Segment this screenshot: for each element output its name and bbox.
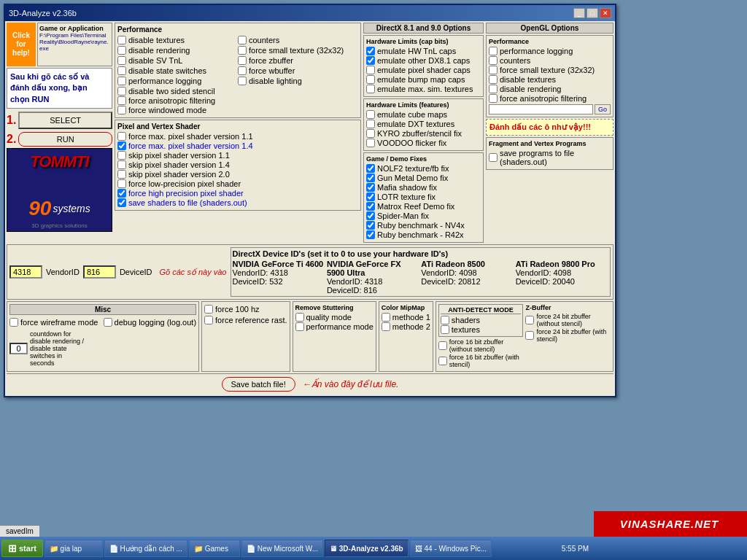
chk-save-programs: save programs to file (shaders.out) [489, 149, 611, 166]
card3-info: ATi Radeon 8500 VendorID: 4098 DeviceID:… [421, 260, 514, 295]
chk-ogl-counters: counters [489, 56, 611, 65]
opengl-performance: Performance performance logging counters… [486, 35, 614, 117]
taskbar-gia-lap[interactable]: 📁 gia lap [44, 540, 103, 557]
step2-label: 2. [7, 133, 16, 146]
game-demo-title: Game / Demo Fixes [366, 155, 481, 163]
chk-emulate-max-sim: emulate max. sim. textures [366, 85, 481, 93]
chk-disable-two-sided: disable two sided stencil [117, 87, 358, 96]
titlebar-buttons: _ □ ✕ [573, 8, 611, 18]
device-id-label: DeviceID [120, 268, 152, 276]
taskbar-ms-word[interactable]: 📄 New Microsoft W... [241, 540, 323, 557]
chk-skip-14: skip pixel shader version 1.4 [117, 160, 358, 169]
chk-force-high-prec: force high precision pixel shader [117, 189, 358, 198]
chk-disable-rendering: disable rendering [117, 46, 238, 55]
hw-cap-title: Hardware Limits (cap bits) [366, 38, 481, 45]
step1-label: 1. [7, 114, 16, 127]
chk-perf-mode: performance mode [295, 322, 374, 331]
chk-force-100hz: force 100 hz [204, 305, 287, 314]
remove-stuttering-section: Remove Stuttering quality mode performan… [293, 301, 376, 372]
help-box[interactable]: Click for help! [7, 23, 36, 66]
dx-panel: DirectX 8.1 and 9.0 Options Hardware Lim… [363, 23, 484, 243]
chk-ruby-nv4x: Ruby benchmark - NV4x [366, 221, 481, 230]
anti-detect-title: ANTI-DETECT MODE [441, 306, 522, 314]
chk-force-max-14: force max. pixel shader version 1.4 [117, 141, 358, 150]
countdown-label: countdown for disable rendering / disabl… [30, 330, 88, 367]
logo-main: TOMMTI [11, 152, 108, 171]
device-id-input[interactable] [83, 265, 116, 279]
vendor-id-input[interactable] [9, 265, 42, 279]
save-annotation: ←Ấn vào đây để lưu file. [303, 379, 399, 389]
chk-perf-logging: performance logging [117, 77, 238, 85]
chk-voodoo: VOODOO flicker fix [366, 139, 481, 147]
logo-systems: systems [53, 203, 90, 214]
taskbar-huong-dan[interactable]: 📄 Hướng dẫn cách ... [104, 540, 187, 557]
fragment-vertex: Fragment and Vertex Programs save progra… [486, 137, 614, 170]
misc-row: Misc force wireframe mode debug logging … [7, 301, 614, 372]
anti-detect-zbuffer: ANTI-DETECT MODE shaders textures force … [436, 301, 614, 372]
opengl-perf-title: Performance [489, 38, 611, 45]
step1-row: 1. SELECT [7, 110, 112, 131]
hw-limits-feat: Hardware Limits (features) emulate cube … [363, 98, 484, 151]
chk-nolf2: NOLF2 texture/fb fix [366, 164, 481, 173]
performance-title: Performance [117, 26, 358, 34]
chk-quality-mode: quality mode [295, 313, 374, 322]
vinashare-logo: VINASHARE.NET [594, 511, 747, 537]
instruction-text: Sau khi gõ các số và đánh dấu xong, bạn … [10, 72, 90, 104]
chk-shaders: shaders [441, 316, 522, 324]
countdown-input[interactable] [9, 343, 28, 354]
card2-info: NVIDIA GeForce FX 5900 Ultra VendorID: 4… [327, 260, 419, 295]
chk-skip-11: skip pixel shader version 1.1 [117, 151, 358, 160]
save-row: Save batch file! ←Ấn vào đây để lưu file… [7, 373, 614, 394]
chk-gun-metal: Gun Metal Demo fix [366, 174, 481, 182]
chk-disable-textures: disable textures [117, 36, 238, 44]
zbuffer-16-area: force 16 bit zbuffer (without stencil) f… [438, 338, 524, 368]
chk-ogl-force-small: force small texture (32x32) [489, 66, 611, 74]
chk-emulate-pixel: emulate pixel shader caps [366, 66, 481, 74]
chk-force-windowed: force windowed mode [117, 106, 358, 114]
close-button[interactable]: ✕ [600, 8, 611, 18]
taskbar-3d-analyze[interactable]: 🖥 3D-Analyze v2.36b [325, 540, 409, 557]
chk-force-24-stencil: force 24 bit zbuffer (with stencil) [525, 328, 611, 343]
maximize-button[interactable]: □ [587, 8, 598, 18]
select-button[interactable]: SELECT [18, 112, 112, 129]
chk-force-zbuffer: force zbuffer [238, 56, 358, 65]
opengl-title: OpenGL Options [486, 23, 614, 34]
saved-mark: savedIm [0, 525, 39, 537]
countdown-row: countdown for disable rendering / disabl… [9, 330, 196, 367]
pixel-vertex-section: Pixel and Vertex Shader force max. pixel… [115, 120, 361, 211]
taskbar-games[interactable]: 📁 Games [189, 540, 240, 557]
chk-disable-lighting: disable lighting [238, 77, 358, 85]
card4-info: ATi Radeon 9800 Pro VendorID: 4098 Devic… [516, 260, 608, 295]
chk-emulate-bump: emulate bump map caps [366, 75, 481, 84]
run-button[interactable]: RUN [18, 132, 112, 147]
opengl-combo-input[interactable] [489, 104, 593, 114]
taskbar-windows-pic[interactable]: 🖼 44 - Windows Pic... [410, 540, 492, 557]
chk-ruby-r42x: Ruby benchmark - R42x [366, 230, 481, 239]
chk-emulate-hw-tnl: emulate HW TnL caps [366, 47, 481, 55]
fragment-title: Fragment and Vertex Programs [489, 140, 611, 147]
left-panel: Click for help! Game or Application F:\P… [7, 23, 112, 243]
save-batch-button[interactable]: Save batch file! [222, 377, 295, 392]
chk-textures: textures [441, 325, 522, 334]
chk-debug-log: debug logging (log.out) [104, 318, 197, 327]
color-mipmap-title: Color MipMap [382, 304, 430, 311]
opengl-go-button[interactable]: Go [595, 104, 611, 114]
chk-emulate-dxt: emulate DXT textures [366, 120, 481, 128]
chk-force-aniso: force anisotropic filtering [117, 96, 358, 105]
chk-kyro-zbuffer: KYRO zbuffer/stencil fix [366, 129, 481, 138]
titlebar: 3D-Analyze v2.36b _ □ ✕ [5, 5, 615, 21]
chk-force-ref: force reference rast. [204, 316, 287, 324]
game-path: F:\Program Files\Terminal Reality\BloodR… [39, 32, 110, 52]
chk-matrox: Matrox Reef Demo fix [366, 202, 481, 211]
minimize-button[interactable]: _ [573, 8, 585, 18]
chk-force-wbuffer: force wbuffer [238, 66, 358, 75]
chk-force-wire: force wireframe mode [9, 318, 103, 327]
start-button[interactable]: ⊞ start [1, 540, 43, 557]
game-demo-fixes: Game / Demo Fixes NOLF2 texture/fb fix G… [363, 152, 484, 243]
chk-force-16-stencil: force 16 bit zbuffer (with stencil) [438, 354, 524, 368]
instruction-box: Sau khi gõ các số và đánh dấu xong, bạn … [7, 68, 112, 109]
numbers-annotation: Gõ các số này vào [160, 268, 227, 277]
chk-disable-state: disable state switches [117, 66, 238, 75]
hw-limits-cap: Hardware Limits (cap bits) emulate HW Tn… [363, 35, 484, 97]
chk-force-low-prec: force low-precision pixel shader [117, 179, 358, 188]
